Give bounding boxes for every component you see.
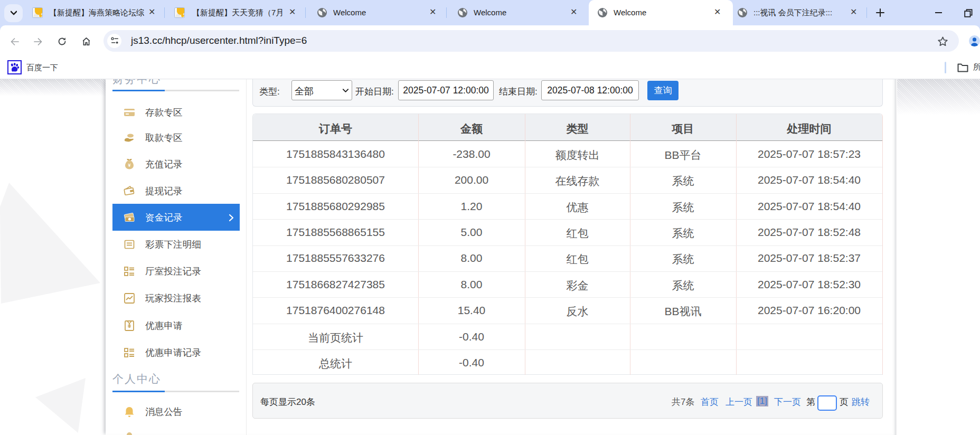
svg-text:¥: ¥ xyxy=(128,163,130,168)
